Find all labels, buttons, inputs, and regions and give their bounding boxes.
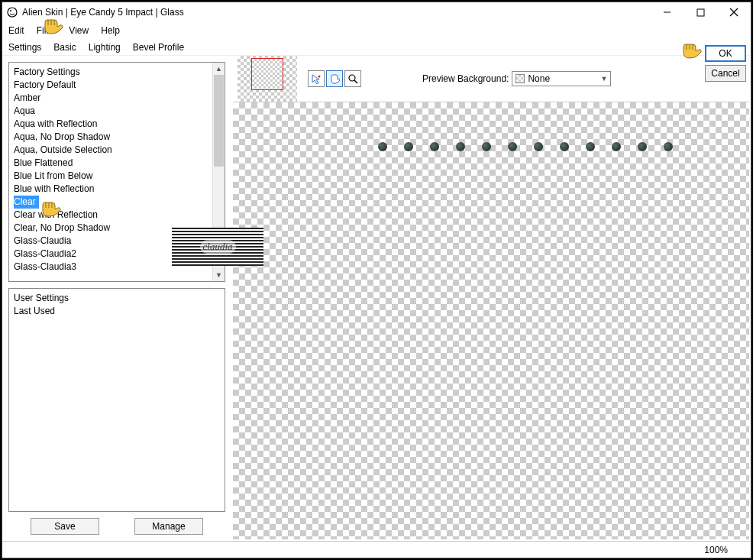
- preview-toolbar: Preview Background: None ▼: [231, 56, 751, 102]
- list-item[interactable]: Aqua, No Drop Shadow: [14, 131, 220, 144]
- glass-bead: [482, 142, 491, 151]
- window-title: Alien Skin | Eye Candy 5 Impact | Glass: [22, 7, 184, 18]
- list-header: User Settings: [14, 292, 220, 305]
- scroll-thumb[interactable]: [214, 75, 224, 167]
- glass-bead: [586, 142, 595, 151]
- tab-lighting[interactable]: Lighting: [89, 42, 121, 53]
- app-icon: [7, 7, 18, 18]
- list-item[interactable]: Blue Flattened: [14, 157, 220, 170]
- glass-bead: [456, 142, 465, 151]
- preview-content: [378, 142, 673, 151]
- save-button[interactable]: Save: [31, 518, 99, 535]
- glass-bead: [534, 142, 543, 151]
- glass-bead: [612, 142, 621, 151]
- glass-bead: [508, 142, 517, 151]
- ok-button[interactable]: OK: [705, 45, 746, 62]
- right-panel: OK Cancel: [231, 56, 751, 541]
- glass-bead: [664, 142, 673, 151]
- watermark-text: claudia: [200, 240, 236, 254]
- svg-point-0: [8, 8, 17, 17]
- list-item[interactable]: Aqua, Outside Selection: [14, 144, 220, 157]
- select-tool-icon[interactable]: [308, 70, 325, 87]
- list-item[interactable]: Last Used: [14, 305, 220, 318]
- user-settings-list[interactable]: User SettingsLast Used: [8, 288, 225, 512]
- preview-canvas[interactable]: claudia: [233, 102, 749, 539]
- tabbar: Settings Basic Lighting Bevel Profile: [2, 39, 751, 56]
- tab-bevel-profile[interactable]: Bevel Profile: [133, 42, 184, 53]
- list-item[interactable]: Aqua: [14, 105, 220, 118]
- glass-bead: [430, 142, 439, 151]
- zoom-level: 100%: [704, 545, 728, 555]
- titlebar: Alien Skin | Eye Candy 5 Impact | Glass: [2, 2, 751, 22]
- scroll-down-icon[interactable]: ▼: [213, 269, 225, 281]
- window-controls: [650, 2, 751, 22]
- tab-basic[interactable]: Basic: [53, 42, 76, 53]
- svg-point-15: [318, 76, 321, 78]
- preview-bg-label: Preview Background:: [422, 73, 509, 84]
- manage-button[interactable]: Manage: [134, 518, 203, 535]
- glass-bead: [560, 142, 569, 151]
- svg-line-17: [354, 80, 357, 83]
- plugin-window: Alien Skin | Eye Candy 5 Impact | Glass …: [2, 2, 751, 558]
- watermark: claudia: [172, 228, 263, 266]
- minimize-button[interactable]: [650, 2, 684, 22]
- list-item[interactable]: Amber: [14, 92, 220, 105]
- statusbar: 100%: [2, 541, 751, 558]
- scroll-up-icon[interactable]: ▲: [213, 63, 225, 75]
- list-item[interactable]: Blue with Reflection: [14, 183, 220, 196]
- tool-icons: [308, 70, 361, 87]
- list-item[interactable]: Blue Lit from Below: [14, 170, 220, 183]
- content-area: Factory SettingsFactory DefaultAmberAqua…: [2, 56, 751, 541]
- svg-rect-3: [697, 9, 704, 16]
- hand-tool-icon[interactable]: [326, 70, 343, 87]
- tab-settings[interactable]: Settings: [8, 42, 41, 53]
- preview-bg-control: Preview Background: None ▼: [422, 71, 611, 86]
- svg-point-1: [10, 10, 11, 11]
- list-item[interactable]: Aqua with Reflection: [14, 118, 220, 131]
- menu-help[interactable]: Help: [101, 25, 120, 36]
- glass-bead: [404, 142, 413, 151]
- swatch-icon: [515, 74, 525, 83]
- glass-bead: [638, 142, 647, 151]
- navigator-viewport[interactable]: [251, 58, 283, 90]
- action-buttons: OK Cancel: [705, 45, 746, 82]
- menubar: Edit Filter View Help: [2, 22, 751, 39]
- preview-bg-value: None: [528, 73, 550, 84]
- cancel-button[interactable]: Cancel: [705, 65, 746, 82]
- list-item[interactable]: Clear: [14, 196, 39, 209]
- menu-edit[interactable]: Edit: [8, 25, 24, 36]
- glass-bead: [378, 142, 387, 151]
- close-button[interactable]: [717, 2, 751, 22]
- maximize-button[interactable]: [684, 2, 717, 22]
- menu-filter[interactable]: Filter: [37, 25, 57, 36]
- list-item[interactable]: Clear with Reflection: [14, 209, 220, 222]
- list-item[interactable]: Factory Default: [14, 79, 220, 92]
- menu-view[interactable]: View: [69, 25, 89, 36]
- zoom-tool-icon[interactable]: [344, 70, 361, 87]
- navigator-thumb[interactable]: [238, 56, 297, 102]
- svg-point-16: [349, 75, 355, 81]
- list-header: Factory Settings: [14, 66, 220, 79]
- button-row: Save Manage: [8, 512, 225, 535]
- left-panel: Factory SettingsFactory DefaultAmberAqua…: [2, 56, 231, 541]
- preview-bg-dropdown[interactable]: None ▼: [512, 71, 611, 86]
- chevron-down-icon: ▼: [600, 75, 607, 83]
